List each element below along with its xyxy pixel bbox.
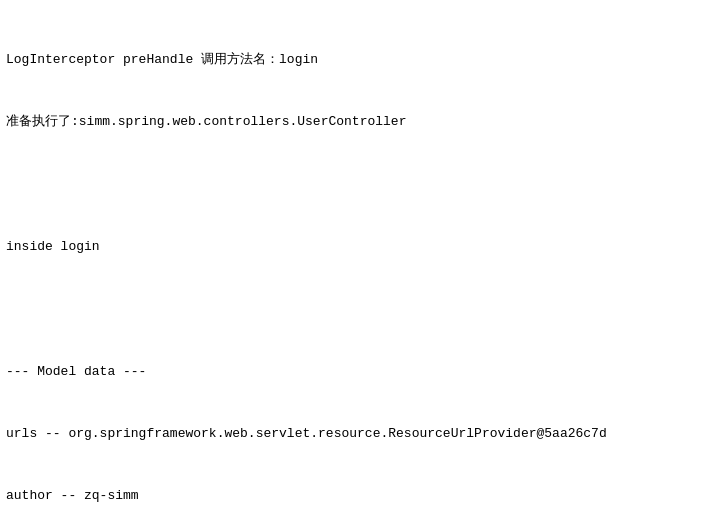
log-line-2: 准备执行了:simm.spring.web.controllers.UserCo…	[6, 112, 710, 133]
console-output: LogInterceptor preHandle 调用方法名：login 准备执…	[0, 0, 716, 523]
log-line-9: author -- zq-simm	[6, 486, 710, 507]
log-line-8: urls -- org.springframework.web.servlet.…	[6, 424, 710, 445]
empty-line-6	[6, 299, 710, 320]
empty-line-3	[6, 174, 710, 195]
log-line-7: --- Model data ---	[6, 362, 710, 383]
log-line-5: inside login	[6, 237, 710, 258]
log-line-1: LogInterceptor preHandle 调用方法名：login	[6, 50, 710, 71]
